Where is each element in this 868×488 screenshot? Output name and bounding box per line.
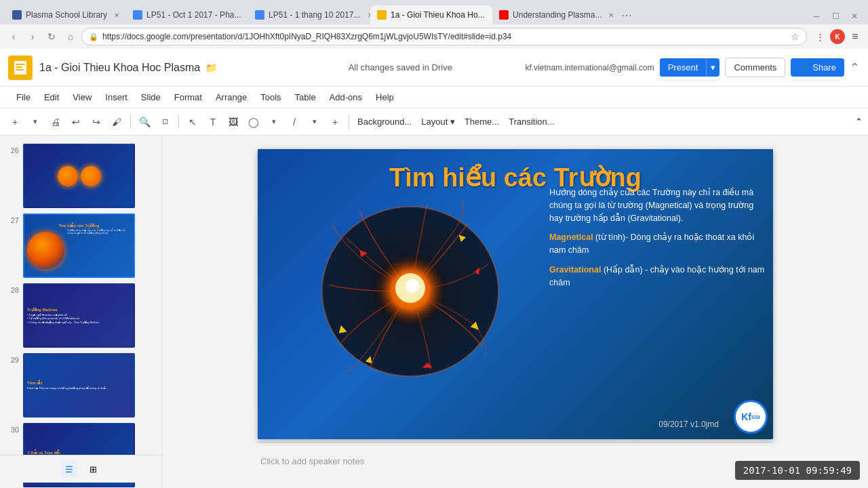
zoom-btn[interactable]: 🔍 (135, 113, 154, 131)
select-btn[interactable]: ↖ (183, 113, 202, 131)
star-icon[interactable]: ☆ (791, 31, 800, 42)
collapse-panels-icon[interactable]: ⌃ (850, 60, 860, 75)
tab-lp51-thang[interactable]: LP51 - 1 thang 10 2017... ✕ (248, 5, 370, 24)
tab-1a-active[interactable]: 1a - Gioi Thieu Khoa Ho... ✕ (370, 5, 492, 24)
paragraph1: Hướng dòng chảy của các Trường này chỉ r… (549, 186, 766, 224)
window-controls: ─ ☐ ✕ (808, 8, 863, 24)
print-btn[interactable]: 🖨 (46, 113, 65, 131)
slide-thumb-inner: Tìm hiểu các Trường Hướng dòng chảy của … (24, 215, 134, 277)
maximize-btn[interactable]: ☐ (827, 8, 844, 24)
extensions-icon[interactable]: ⋮ (812, 29, 827, 44)
theme-dropdown[interactable]: Theme... (460, 115, 503, 128)
tab-plasma-library[interactable]: Plasma School Library ✕ (5, 5, 126, 24)
present-button[interactable]: Present (660, 58, 707, 77)
menu-addons[interactable]: Add-ons (324, 89, 368, 105)
browser-toolbar-icons: ⋮ K ≡ (812, 29, 863, 44)
separator (349, 115, 349, 129)
slide-number: 30 (5, 423, 19, 434)
drive-icon[interactable]: 📁 (205, 62, 217, 73)
speaker-notes[interactable]: Click to add speaker notes (258, 453, 773, 469)
paragraph3: Gravitational (Hấp dẫn) - chảy vào hoặc … (549, 264, 766, 289)
share-button[interactable]: 👤 Share (791, 58, 844, 77)
slide-item-27[interactable]: 27 Tìm hiểu các Trường Hướng dòng chảy c… (0, 211, 162, 281)
line-dropdown[interactable]: ▾ (305, 113, 324, 131)
user-avatar[interactable]: K (830, 29, 845, 44)
back-btn[interactable]: ‹ (5, 28, 22, 45)
notes-separator (258, 442, 773, 443)
redo-btn[interactable]: ↪ (87, 113, 106, 131)
tab-close-btn[interactable]: ✕ (114, 12, 119, 19)
tab-lp51-oct[interactable]: LP51 - Oct 1 2017 - Pha... ✕ (126, 5, 248, 24)
slides-logo (8, 56, 33, 80)
menu-tools[interactable]: Tools (255, 89, 286, 105)
shapes-dropdown[interactable]: ▾ (264, 113, 283, 131)
reload-btn[interactable]: ↻ (43, 28, 60, 45)
speaker-notes-placeholder[interactable]: Click to add speaker notes (258, 453, 773, 469)
grid-view-btn[interactable]: ⊞ (85, 461, 102, 477)
menu-insert[interactable]: Insert (100, 89, 133, 105)
undo-btn[interactable]: ↩ (66, 113, 85, 131)
browser-chrome: Plasma School Library ✕ LP51 - Oct 1 201… (0, 0, 868, 49)
close-btn[interactable]: ✕ (846, 8, 863, 24)
background-dropdown[interactable]: Background... (353, 115, 416, 128)
layout-dropdown[interactable]: Layout ▾ (417, 115, 459, 128)
user-email: kf.vietnam.international@gmail.com (525, 63, 654, 73)
collapse-chevron[interactable]: ⌃ (855, 117, 863, 127)
thumb-title: Tìm hiểu các Trường (27, 223, 131, 228)
shapes-btn[interactable]: ◯ (244, 113, 263, 131)
settings-icon[interactable]: ≡ (848, 29, 863, 44)
comments-button[interactable]: Comments (725, 58, 785, 77)
slide-thumb-inner: Tóm tắt Khoa học Plasma mang ra những ph… (24, 354, 134, 416)
tab-label: Understanding Plasma... (513, 10, 601, 20)
image-btn[interactable]: 🖼 (224, 113, 243, 131)
magnetical-label: Magnetical (549, 232, 593, 242)
menu-edit[interactable]: Edit (39, 89, 64, 105)
slide-item-26[interactable]: 26 (0, 141, 162, 211)
new-tab-btn[interactable]: ⋯ (614, 5, 642, 24)
menu-table[interactable]: Table (290, 89, 321, 105)
address-bar[interactable]: 🔒 https://docs.google.com/presentation/d… (81, 28, 807, 45)
app-title: 1a - Gioi Thieu Khoa Hoc Plasma (39, 62, 200, 74)
gravitational-label: Gravitational (549, 265, 601, 274)
slide-thumb-inner (24, 145, 134, 207)
textbox-btn[interactable]: T (203, 113, 222, 131)
tab-label: Plasma School Library (26, 10, 107, 20)
paint-format-btn[interactable]: 🖌 (107, 113, 126, 131)
present-dropdown-icon[interactable]: ▾ (706, 58, 719, 77)
menu-file[interactable]: File (11, 89, 36, 105)
menu-slide[interactable]: Slide (136, 89, 166, 105)
home-btn[interactable]: ⌂ (62, 28, 79, 45)
topbar-right: kf.vietnam.international@gmail.com Prese… (525, 58, 860, 77)
slide-thumbnail-26[interactable] (23, 144, 135, 208)
slide-thumbnail-29[interactable]: Tóm tắt Khoa học Plasma mang ra những ph… (23, 353, 135, 418)
undo-dropdown-btn[interactable]: ▾ (26, 113, 45, 131)
tab-understanding-plasma[interactable]: Understanding Plasma... ✕ (492, 5, 614, 24)
share-icon: 👤 (799, 62, 810, 73)
menu-arrange[interactable]: Arrange (210, 89, 252, 105)
slide-item-29[interactable]: 29 Tóm tắt Khoa học Plasma mang ra những… (0, 350, 162, 420)
formatting-toolbar: + ▾ 🖨 ↩ ↪ 🖌 🔍 ⊡ ↖ T 🖼 ◯ ▾ / ▾ + Backgrou… (0, 108, 868, 136)
transition-dropdown[interactable]: Transition... (505, 115, 558, 128)
menu-view[interactable]: View (67, 89, 97, 105)
menu-format[interactable]: Format (169, 89, 208, 105)
menu-bar: File Edit View Insert Slide Format Arran… (0, 87, 868, 108)
slide-thumbnail-28[interactable]: Trường MaGrav • Thuật ngữ MaGrav xuất ph… (23, 283, 135, 348)
tab-close-btn[interactable]: ✕ (608, 12, 614, 19)
addon-btn[interactable]: + (326, 113, 344, 131)
main-area: 26 27 Tìm hiểu các Trường (0, 136, 868, 488)
minimize-btn[interactable]: ─ (808, 8, 825, 24)
google-slides-app: 1a - Gioi Thieu Khoa Hoc Plasma 📁 All ch… (0, 49, 868, 488)
svg-rect-1 (16, 64, 25, 65)
add-btn[interactable]: + (5, 113, 24, 131)
text-panel: Hướng dòng chảy của các Trường này chỉ r… (549, 186, 766, 296)
zoom-fit-btn[interactable]: ⊡ (155, 113, 174, 131)
menu-help[interactable]: Help (370, 89, 399, 105)
slide-thumb-inner: Trường MaGrav • Thuật ngữ MaGrav xuất ph… (24, 285, 134, 346)
list-view-btn[interactable]: ☰ (61, 461, 77, 477)
slide-thumbnail-27[interactable]: Tìm hiểu các Trường Hướng dòng chảy của … (23, 214, 135, 278)
slide-canvas[interactable]: Tìm hiểu các Trường (258, 149, 773, 439)
tab-label: 1a - Gioi Thieu Khoa Ho... (391, 10, 485, 20)
line-btn[interactable]: / (285, 113, 304, 131)
forward-btn[interactable]: › (24, 28, 41, 45)
slide-item-28[interactable]: 28 Trường MaGrav • Thuật ngữ MaGrav xuất… (0, 281, 162, 350)
